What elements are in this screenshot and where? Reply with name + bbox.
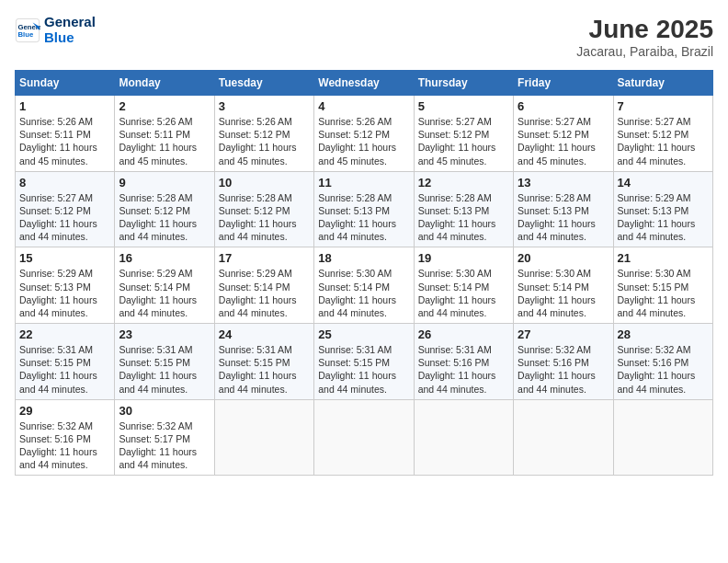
day-info: Sunrise: 5:32 AM Sunset: 5:16 PM Dayligh… <box>518 343 609 396</box>
day-info: Sunrise: 5:28 AM Sunset: 5:13 PM Dayligh… <box>518 191 609 244</box>
calendar-cell: 25Sunrise: 5:31 AM Sunset: 5:15 PM Dayli… <box>314 324 414 400</box>
day-info: Sunrise: 5:31 AM Sunset: 5:15 PM Dayligh… <box>219 343 310 396</box>
day-info: Sunrise: 5:30 AM Sunset: 5:14 PM Dayligh… <box>318 267 409 319</box>
calendar-week-row: 15Sunrise: 5:29 AM Sunset: 5:13 PM Dayli… <box>16 247 713 324</box>
calendar-cell: 18Sunrise: 5:30 AM Sunset: 5:14 PM Dayli… <box>314 247 414 324</box>
day-number: 23 <box>119 327 210 341</box>
calendar-cell: 15Sunrise: 5:29 AM Sunset: 5:13 PM Dayli… <box>16 247 115 324</box>
logo-text-line1: General <box>44 15 96 30</box>
day-number: 18 <box>318 251 409 265</box>
day-number: 26 <box>418 327 509 341</box>
calendar-cell: 20Sunrise: 5:30 AM Sunset: 5:14 PM Dayli… <box>514 247 613 324</box>
day-info: Sunrise: 5:30 AM Sunset: 5:14 PM Dayligh… <box>418 267 509 319</box>
day-info: Sunrise: 5:31 AM Sunset: 5:15 PM Dayligh… <box>119 343 210 396</box>
calendar-cell <box>514 399 613 476</box>
weekday-header-sunday: Sunday <box>16 71 115 96</box>
day-info: Sunrise: 5:26 AM Sunset: 5:12 PM Dayligh… <box>318 115 409 167</box>
calendar-cell: 6Sunrise: 5:27 AM Sunset: 5:12 PM Daylig… <box>514 96 613 172</box>
calendar-cell: 10Sunrise: 5:28 AM Sunset: 5:12 PM Dayli… <box>214 171 313 247</box>
page-header: General Blue General Blue June 2025 Jaca… <box>15 15 713 59</box>
calendar-cell: 5Sunrise: 5:27 AM Sunset: 5:12 PM Daylig… <box>414 96 513 172</box>
month-year-title: June 2025 <box>576 15 713 44</box>
calendar-week-row: 1Sunrise: 5:26 AM Sunset: 5:11 PM Daylig… <box>16 96 713 172</box>
calendar-table: SundayMondayTuesdayWednesdayThursdayFrid… <box>15 70 713 476</box>
day-number: 24 <box>219 327 310 341</box>
day-info: Sunrise: 5:28 AM Sunset: 5:13 PM Dayligh… <box>318 191 409 244</box>
calendar-cell: 13Sunrise: 5:28 AM Sunset: 5:13 PM Dayli… <box>514 171 613 247</box>
calendar-cell: 28Sunrise: 5:32 AM Sunset: 5:16 PM Dayli… <box>613 324 712 400</box>
day-number: 29 <box>19 404 110 418</box>
calendar-cell: 3Sunrise: 5:26 AM Sunset: 5:12 PM Daylig… <box>214 96 313 172</box>
weekday-header-saturday: Saturday <box>613 71 712 96</box>
day-info: Sunrise: 5:29 AM Sunset: 5:14 PM Dayligh… <box>119 267 210 319</box>
day-info: Sunrise: 5:29 AM Sunset: 5:13 PM Dayligh… <box>618 191 709 244</box>
calendar-cell: 4Sunrise: 5:26 AM Sunset: 5:12 PM Daylig… <box>314 96 414 172</box>
calendar-cell: 14Sunrise: 5:29 AM Sunset: 5:13 PM Dayli… <box>613 171 712 247</box>
day-number: 14 <box>618 176 709 190</box>
day-info: Sunrise: 5:32 AM Sunset: 5:17 PM Dayligh… <box>119 419 210 472</box>
day-number: 17 <box>219 251 310 265</box>
calendar-cell: 2Sunrise: 5:26 AM Sunset: 5:11 PM Daylig… <box>115 96 214 172</box>
calendar-cell: 30Sunrise: 5:32 AM Sunset: 5:17 PM Dayli… <box>115 399 214 476</box>
calendar-cell <box>214 399 313 476</box>
day-info: Sunrise: 5:26 AM Sunset: 5:11 PM Dayligh… <box>19 115 110 167</box>
day-info: Sunrise: 5:31 AM Sunset: 5:15 PM Dayligh… <box>318 343 409 396</box>
calendar-cell: 17Sunrise: 5:29 AM Sunset: 5:14 PM Dayli… <box>214 247 313 324</box>
title-area: June 2025 Jacarau, Paraiba, Brazil <box>576 15 713 59</box>
logo: General Blue General Blue <box>15 15 96 45</box>
calendar-cell: 12Sunrise: 5:28 AM Sunset: 5:13 PM Dayli… <box>414 171 513 247</box>
day-number: 12 <box>418 176 509 190</box>
day-number: 8 <box>19 176 110 190</box>
day-info: Sunrise: 5:29 AM Sunset: 5:14 PM Dayligh… <box>219 267 310 319</box>
day-number: 7 <box>618 99 709 113</box>
logo-text-line2: Blue <box>44 30 96 46</box>
calendar-cell <box>613 399 712 476</box>
calendar-cell: 26Sunrise: 5:31 AM Sunset: 5:16 PM Dayli… <box>414 324 513 400</box>
day-number: 13 <box>518 176 609 190</box>
day-info: Sunrise: 5:30 AM Sunset: 5:15 PM Dayligh… <box>618 267 709 319</box>
calendar-cell: 16Sunrise: 5:29 AM Sunset: 5:14 PM Dayli… <box>115 247 214 324</box>
calendar-cell: 21Sunrise: 5:30 AM Sunset: 5:15 PM Dayli… <box>613 247 712 324</box>
day-number: 10 <box>219 176 310 190</box>
day-number: 6 <box>518 99 609 113</box>
day-number: 21 <box>618 251 709 265</box>
calendar-cell: 19Sunrise: 5:30 AM Sunset: 5:14 PM Dayli… <box>414 247 513 324</box>
day-info: Sunrise: 5:27 AM Sunset: 5:12 PM Dayligh… <box>518 115 609 167</box>
calendar-cell: 22Sunrise: 5:31 AM Sunset: 5:15 PM Dayli… <box>16 324 115 400</box>
weekday-header-row: SundayMondayTuesdayWednesdayThursdayFrid… <box>16 71 713 96</box>
day-number: 20 <box>518 251 609 265</box>
calendar-body: 1Sunrise: 5:26 AM Sunset: 5:11 PM Daylig… <box>16 96 713 476</box>
day-number: 16 <box>119 251 210 265</box>
day-info: Sunrise: 5:29 AM Sunset: 5:13 PM Dayligh… <box>19 267 110 319</box>
day-info: Sunrise: 5:27 AM Sunset: 5:12 PM Dayligh… <box>618 115 709 167</box>
day-number: 4 <box>318 99 409 113</box>
day-info: Sunrise: 5:28 AM Sunset: 5:13 PM Dayligh… <box>418 191 509 244</box>
day-number: 25 <box>318 327 409 341</box>
day-info: Sunrise: 5:27 AM Sunset: 5:12 PM Dayligh… <box>19 191 110 244</box>
weekday-header-friday: Friday <box>514 71 613 96</box>
day-info: Sunrise: 5:30 AM Sunset: 5:14 PM Dayligh… <box>518 267 609 319</box>
weekday-header-tuesday: Tuesday <box>214 71 313 96</box>
day-number: 5 <box>418 99 509 113</box>
weekday-header-wednesday: Wednesday <box>314 71 414 96</box>
day-number: 15 <box>19 251 110 265</box>
day-info: Sunrise: 5:32 AM Sunset: 5:16 PM Dayligh… <box>19 419 110 472</box>
day-info: Sunrise: 5:28 AM Sunset: 5:12 PM Dayligh… <box>219 191 310 244</box>
calendar-cell: 1Sunrise: 5:26 AM Sunset: 5:11 PM Daylig… <box>16 96 115 172</box>
weekday-header-thursday: Thursday <box>414 71 513 96</box>
day-info: Sunrise: 5:31 AM Sunset: 5:15 PM Dayligh… <box>19 343 110 396</box>
day-info: Sunrise: 5:27 AM Sunset: 5:12 PM Dayligh… <box>418 115 509 167</box>
day-number: 27 <box>518 327 609 341</box>
calendar-week-row: 8Sunrise: 5:27 AM Sunset: 5:12 PM Daylig… <box>16 171 713 247</box>
calendar-header: SundayMondayTuesdayWednesdayThursdayFrid… <box>16 71 713 96</box>
weekday-header-monday: Monday <box>115 71 214 96</box>
day-info: Sunrise: 5:26 AM Sunset: 5:12 PM Dayligh… <box>219 115 310 167</box>
calendar-cell <box>414 399 513 476</box>
day-number: 3 <box>219 99 310 113</box>
day-info: Sunrise: 5:31 AM Sunset: 5:16 PM Dayligh… <box>418 343 509 396</box>
location-subtitle: Jacarau, Paraiba, Brazil <box>576 44 713 59</box>
calendar-cell: 9Sunrise: 5:28 AM Sunset: 5:12 PM Daylig… <box>115 171 214 247</box>
logo-icon: General Blue <box>15 17 40 43</box>
day-number: 28 <box>618 327 709 341</box>
day-info: Sunrise: 5:28 AM Sunset: 5:12 PM Dayligh… <box>119 191 210 244</box>
